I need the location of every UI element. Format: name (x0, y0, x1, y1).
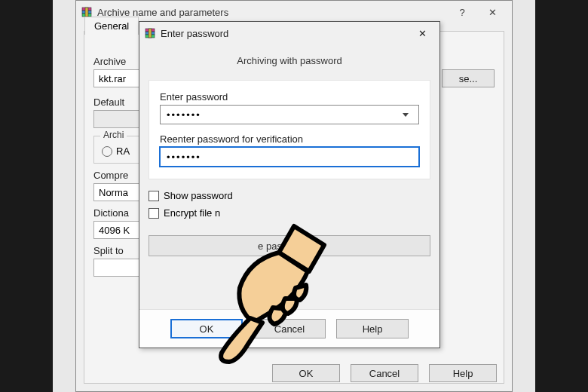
password-dialog-buttons: OK Cancel Help (139, 309, 439, 348)
radio-icon (102, 146, 112, 157)
password-dialog-titlebar: Enter password ✕ (139, 22, 439, 44)
show-password-checkbox[interactable]: Show password (139, 190, 439, 201)
password-dialog-close-button[interactable]: ✕ (409, 23, 435, 44)
show-password-label: Show password (164, 190, 233, 201)
checkbox-icon (149, 208, 159, 219)
password-ok-button[interactable]: OK (170, 319, 243, 338)
svg-rect-3 (85, 8, 88, 17)
archive-dialog-buttons: OK Cancel Help (272, 364, 497, 382)
help-button[interactable]: ? (447, 2, 477, 23)
password-help-button[interactable]: Help (336, 319, 409, 338)
reenter-password-input[interactable]: ••••••• (160, 147, 419, 167)
password-dropdown-icon[interactable] (399, 113, 412, 117)
encrypt-filenames-label: Encrypt file n (164, 207, 220, 219)
reenter-password-label: Reenter password for verification (160, 133, 419, 145)
password-panel: Enter password ••••••• Reenter password … (149, 80, 430, 179)
format-rar-label: RA (116, 145, 130, 157)
svg-rect-7 (149, 29, 152, 38)
enter-password-input[interactable]: ••••••• (160, 105, 419, 124)
archive-cancel-button[interactable]: Cancel (351, 364, 418, 382)
archive-ok-button[interactable]: OK (272, 364, 340, 382)
chevron-down-icon (403, 113, 409, 117)
password-dialog-subtitle: Archiving with password (139, 55, 439, 66)
password-dialog: Enter password ✕ Archiving with password… (139, 21, 440, 348)
compression-value: Norma (99, 187, 128, 198)
tab-general[interactable]: General (84, 17, 139, 35)
reenter-password-value: ••••••• (167, 152, 412, 163)
browse-button[interactable]: se... (442, 69, 495, 87)
organize-passwords-button[interactable]: e passwords... (149, 235, 430, 256)
archive-name-value: kkt.rar (99, 73, 126, 84)
password-cancel-button[interactable]: Cancel (253, 319, 326, 338)
winrar-icon (144, 27, 156, 39)
archive-help-button[interactable]: Help (429, 364, 497, 382)
dictionary-value: 4096 K (99, 225, 130, 236)
checkbox-icon (149, 191, 159, 201)
archive-dialog-titlebar: Archive name and parameters ? ✕ (76, 1, 512, 23)
close-button[interactable]: ✕ (477, 2, 507, 23)
archive-format-legend: Archi (100, 130, 127, 140)
password-dialog-title: Enter password (161, 28, 228, 39)
encrypt-filenames-checkbox[interactable]: Encrypt file n (139, 207, 439, 219)
enter-password-value: ••••••• (167, 109, 399, 121)
enter-password-label: Enter password (160, 91, 419, 103)
